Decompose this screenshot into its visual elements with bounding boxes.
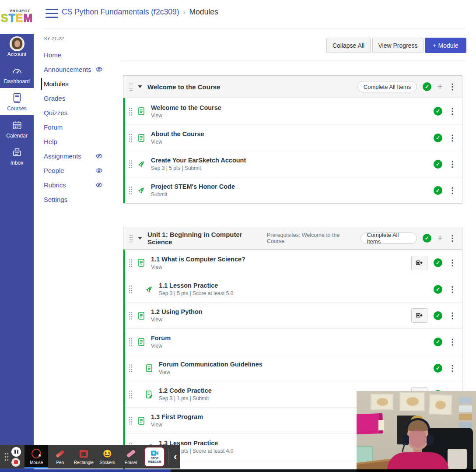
course-nav-help[interactable]: Help [44, 134, 120, 149]
add-item-button[interactable]: + [437, 82, 443, 92]
collapse-toolbar-chevron-icon[interactable]: ‹ [170, 451, 180, 462]
module-complete-check-icon: ✓ [423, 234, 431, 243]
course-nav-announcements[interactable]: Announcements [44, 62, 120, 77]
item-drag-handle[interactable] [129, 107, 133, 116]
item-options-kebab-icon[interactable]: ⋮ [448, 106, 456, 116]
collapse-caret-icon[interactable] [138, 237, 142, 240]
hamburger-menu-icon[interactable] [46, 9, 58, 18]
document-icon [145, 364, 154, 373]
toolbar-divider [168, 449, 169, 465]
item-drag-handle[interactable] [129, 416, 133, 425]
module-options-kebab-icon[interactable]: ⋮ [448, 82, 456, 92]
item-subtitle: View [151, 343, 171, 349]
item-drag-handle[interactable] [129, 160, 133, 168]
assignment-icon [145, 285, 154, 294]
item-title[interactable]: Forum [151, 335, 171, 342]
item-title[interactable]: 1.3 First Program [151, 413, 203, 420]
item-options-kebab-icon[interactable]: ⋮ [448, 258, 456, 268]
item-options-kebab-icon[interactable]: ⋮ [448, 337, 456, 347]
item-options-kebab-icon[interactable]: ⋮ [448, 285, 456, 294]
course-nav-settings[interactable]: Settings [44, 192, 120, 207]
breadcrumb-course-link[interactable]: CS Python Fundamentals (f2c309) [62, 7, 179, 17]
collapse-caret-icon[interactable] [138, 85, 142, 88]
course-nav-home[interactable]: Home [44, 48, 120, 62]
item-drag-handle[interactable] [129, 186, 133, 194]
item-controls: ✓⋮ [434, 133, 456, 143]
item-title[interactable]: About the Course [151, 130, 204, 137]
item-subtitle: Submit [151, 191, 235, 197]
item-title[interactable]: Welcome to the Course [151, 104, 221, 111]
stop-recording-button[interactable] [11, 458, 20, 467]
sidebar-item-dashboard[interactable]: Dashboard [0, 61, 34, 88]
course-nav-people[interactable]: People [44, 163, 120, 178]
item-drag-handle[interactable] [129, 134, 133, 142]
mastery-paths-button[interactable] [411, 256, 427, 270]
add-module-button[interactable]: + Module [425, 38, 466, 53]
webcam-video-overlay[interactable] [357, 391, 476, 472]
item-options-kebab-icon[interactable]: ⋮ [448, 363, 456, 373]
item-drag-handle[interactable] [129, 311, 133, 320]
item-complete-check-icon: ✓ [434, 186, 442, 195]
course-nav-label: Rubrics [44, 181, 66, 189]
item-text: 1.2 Code PracticeSep 3 | 1 pts | Submit [159, 387, 212, 402]
headphone-cup-left [402, 435, 409, 445]
item-drag-handle[interactable] [129, 364, 133, 372]
tool-stickers[interactable]: 😆Stickers [95, 445, 119, 468]
item-options-kebab-icon[interactable]: ⋮ [448, 159, 456, 169]
sidebar-item-courses[interactable]: Courses [0, 88, 34, 115]
item-options-kebab-icon[interactable]: ⋮ [448, 311, 456, 321]
course-nav-rubrics[interactable]: Rubrics [44, 178, 120, 192]
module-drag-handle[interactable] [129, 234, 133, 243]
item-title[interactable]: 1.2 Using Python [151, 308, 203, 315]
item-controls: ✓⋮ [411, 256, 456, 270]
mastery-paths-button[interactable] [411, 308, 427, 323]
tool-eraser[interactable]: Eraser [119, 445, 143, 468]
logo-letter: T [8, 12, 15, 24]
item-title[interactable]: 1.2 Code Practice [159, 387, 212, 394]
item-options-kebab-icon[interactable]: ⋮ [448, 186, 456, 195]
course-nav-forum[interactable]: Forum [44, 120, 120, 134]
item-title[interactable]: 1.1 Lesson Practice [159, 282, 233, 289]
course-nav-assignments[interactable]: Assignments [44, 149, 120, 163]
wall-picture [429, 394, 452, 415]
tool-pen[interactable]: Pen [48, 445, 72, 468]
item-title[interactable]: 1.1 What is Computer Science? [151, 256, 245, 263]
module-options-kebab-icon[interactable]: ⋮ [448, 233, 456, 243]
course-nav-label: Help [44, 138, 57, 145]
course-nav-modules[interactable]: Modules [44, 77, 120, 91]
calendar-icon [0, 119, 34, 131]
sidebar-item-calendar[interactable]: Calendar [0, 115, 34, 142]
sidebar-item-label: Inbox [0, 160, 34, 166]
sidebar-item-account[interactable]: Account [0, 34, 34, 61]
sidebar-item-inbox[interactable]: Inbox [0, 142, 34, 169]
toolbar-drag-handle[interactable] [4, 452, 9, 461]
course-nav-label: Forum [44, 123, 63, 131]
stop-webcam-button[interactable]: STOP WEBCAM [144, 447, 165, 467]
project-stem-logo[interactable]: PROJECT STEM [0, 0, 34, 34]
wall-picture [399, 392, 425, 411]
course-nav-quizzes[interactable]: Quizzes [44, 106, 120, 120]
item-drag-handle[interactable] [129, 285, 133, 293]
view-progress-button[interactable]: View Progress [372, 38, 424, 53]
item-options-kebab-icon[interactable]: ⋮ [448, 133, 456, 143]
collapse-all-button[interactable]: Collapse All [326, 38, 371, 53]
course-nav: SY 21-22 HomeAnnouncementsModulesGradesQ… [44, 36, 120, 207]
item-drag-handle[interactable] [129, 338, 133, 346]
item-complete-check-icon: ✓ [434, 134, 442, 142]
tool-rectangle[interactable]: Rectangle [72, 445, 95, 468]
tool-mouse[interactable]: Mouse [24, 445, 48, 468]
item-drag-handle[interactable] [129, 390, 133, 398]
item-drag-handle[interactable] [129, 259, 133, 267]
module-drag-handle[interactable] [129, 83, 133, 91]
course-nav-grades[interactable]: Grades [44, 91, 120, 106]
item-title[interactable]: Create Your EarSketch Account [151, 157, 246, 164]
term-label: SY 21-22 [44, 36, 120, 41]
item-subtitle: View [151, 317, 203, 323]
add-item-button[interactable]: + [437, 233, 443, 243]
item-title[interactable]: Forum Communication Guidelines [159, 361, 262, 368]
actions-divider [119, 60, 466, 60]
item-subtitle: View [151, 113, 221, 119]
item-title[interactable]: Project STEM's Honor Code [151, 183, 235, 190]
module-item-row: 1.2 Using PythonView✓⋮ [125, 302, 462, 328]
pause-recording-button[interactable] [11, 447, 21, 457]
